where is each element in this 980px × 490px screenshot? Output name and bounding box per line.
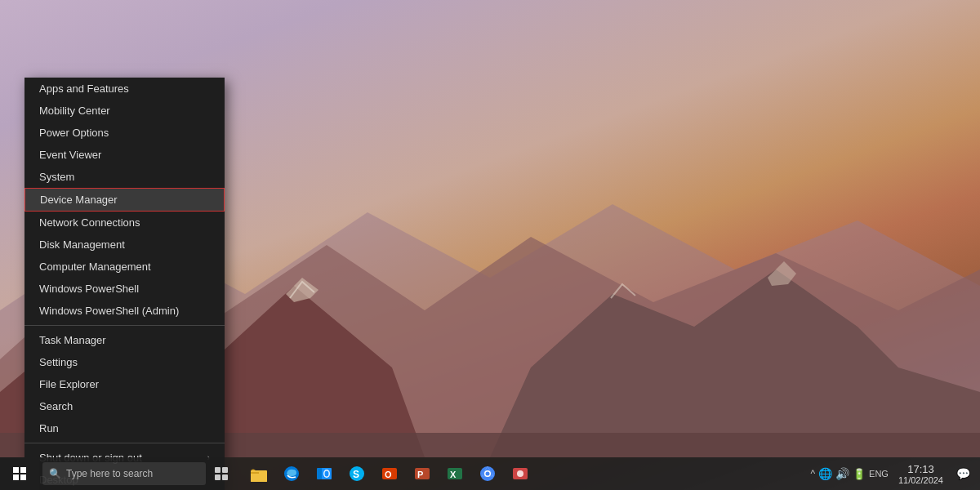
search-placeholder-text: Type here to search: [66, 468, 153, 479]
menu-item-power-options[interactable]: Power Options: [24, 122, 225, 144]
menu-item-file-explorer[interactable]: File Explorer: [24, 373, 225, 395]
taskbar-search[interactable]: 🔍 Type here to search: [42, 462, 206, 485]
svg-rect-8: [222, 467, 228, 473]
menu-item-apps-features[interactable]: Apps and Features: [24, 78, 225, 100]
menu-item-windows-powershell-admin[interactable]: Windows PowerShell (Admin): [24, 300, 225, 322]
svg-rect-13: [251, 472, 259, 474]
menu-item-event-viewer[interactable]: Event Viewer: [24, 144, 225, 166]
chrome-icon[interactable]: [472, 457, 503, 490]
clock[interactable]: 17:13 11/02/2024: [893, 461, 948, 487]
svg-text:S: S: [353, 469, 359, 480]
menu-divider-2: [24, 443, 225, 443]
svg-rect-10: [222, 474, 228, 480]
menu-item-mobility-center[interactable]: Mobility Center: [24, 100, 225, 122]
desktop: Apps and Features Mobility Center Power …: [0, 0, 980, 490]
svg-text:X: X: [450, 470, 457, 479]
battery-icon[interactable]: 🔋: [853, 468, 866, 480]
windows-logo-icon: [13, 467, 26, 480]
menu-item-computer-management[interactable]: Computer Management: [24, 256, 225, 278]
menu-item-task-manager[interactable]: Task Manager: [24, 329, 225, 351]
network-icon[interactable]: 🌐: [818, 467, 832, 480]
menu-item-disk-management[interactable]: Disk Management: [24, 234, 225, 256]
svg-point-18: [325, 471, 329, 477]
clock-time: 17:13: [898, 463, 943, 475]
tray-icons: ^ 🌐 🔊 🔋 ENG: [810, 467, 888, 480]
file-explorer-icon[interactable]: [243, 457, 274, 490]
notification-center-icon[interactable]: 💬: [953, 467, 973, 480]
svg-rect-9: [215, 474, 220, 480]
menu-item-run[interactable]: Run: [24, 417, 225, 439]
taskbar-app-icons: S O P X: [243, 457, 536, 490]
tray-chevron-icon[interactable]: ^: [810, 468, 815, 479]
taskbar: 🔍 Type here to search: [0, 457, 980, 490]
svg-point-31: [517, 470, 523, 477]
menu-item-settings[interactable]: Settings: [24, 351, 225, 373]
language-indicator[interactable]: ENG: [869, 469, 889, 479]
svg-rect-7: [215, 467, 220, 473]
menu-item-system[interactable]: System: [24, 166, 225, 188]
svg-text:P: P: [417, 470, 423, 479]
menu-divider-1: [24, 325, 225, 326]
excel-icon[interactable]: X: [439, 457, 470, 490]
svg-text:O: O: [385, 470, 392, 479]
menu-item-search[interactable]: Search: [24, 395, 225, 417]
menu-item-device-manager[interactable]: Device Manager: [24, 188, 225, 212]
system-tray: ^ 🌐 🔊 🔋 ENG 17:13 11/02/2024 💬: [810, 461, 980, 487]
svg-rect-12: [251, 473, 267, 482]
menu-item-network-connections[interactable]: Network Connections: [24, 212, 225, 234]
context-menu: Apps and Features Mobility Center Power …: [24, 78, 225, 490]
search-icon: 🔍: [49, 468, 61, 479]
task-view-button[interactable]: [206, 457, 237, 490]
extra-app-icon[interactable]: [505, 457, 536, 490]
skype-icon[interactable]: S: [341, 457, 372, 490]
menu-item-windows-powershell[interactable]: Windows PowerShell: [24, 278, 225, 300]
task-view-icon: [215, 467, 228, 480]
svg-point-29: [486, 472, 490, 476]
volume-icon[interactable]: 🔊: [835, 467, 849, 480]
powerpoint-icon[interactable]: P: [407, 457, 438, 490]
office-icon[interactable]: O: [374, 457, 405, 490]
clock-date: 11/02/2024: [898, 475, 943, 485]
start-button[interactable]: [0, 457, 39, 490]
outlook-icon[interactable]: [309, 457, 340, 490]
microsoft-edge-icon[interactable]: [276, 457, 307, 490]
